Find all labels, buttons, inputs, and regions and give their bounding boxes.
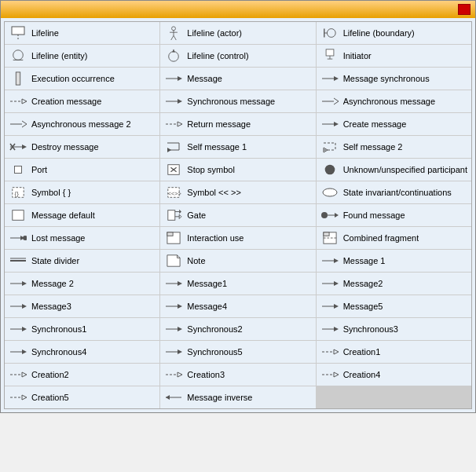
icon-stop-symbol <box>164 162 183 177</box>
label-lifeline-boundary: Lifeline (boundary) <box>343 28 415 38</box>
icon-symbol-guillemet: <<>> <box>164 185 183 200</box>
grid-item-return-message[interactable]: Return message <box>160 113 315 135</box>
grid-item-interaction-use[interactable]: Interaction use <box>160 227 315 249</box>
label-note: Note <box>187 256 205 265</box>
grid-item-self-message-1[interactable]: Self message 1 <box>160 136 315 158</box>
grid-item-create-message[interactable]: Create message <box>317 113 471 135</box>
grid-item-message5[interactable]: Message5 <box>317 295 471 317</box>
svg-marker-80 <box>334 258 339 263</box>
grid-item-asynchronous-message-2[interactable]: Asynchronous message 2 <box>5 113 159 135</box>
grid-item-stop-symbol[interactable]: Stop symbol <box>160 159 315 181</box>
label-self-message-1: Self message 1 <box>187 142 247 152</box>
grid-item-lifeline-actor[interactable]: Lifeline (actor) <box>160 22 315 44</box>
icon-message4 <box>164 298 183 314</box>
grid-item-message3[interactable]: Message3 <box>5 295 159 317</box>
grid-item-message-synchronous[interactable]: Message synchronous <box>317 68 471 90</box>
label-unknown-participant: Unknown/unspecified participant <box>343 165 467 174</box>
grid-item-synchronous4[interactable]: Synchronous4 <box>5 341 159 363</box>
label-destroy-message: Destroy message <box>31 142 99 152</box>
label-symbol-brace: Symbol { } <box>31 188 71 197</box>
grid-item-message4[interactable]: Message4 <box>160 295 315 317</box>
grid-item-found-message[interactable]: Found message <box>317 204 471 226</box>
grid-item-synchronous1[interactable]: Synchronous1 <box>5 318 159 340</box>
grid-item-asynchronous-message[interactable]: Asynchronous message <box>317 90 471 112</box>
svg-marker-34 <box>178 122 182 126</box>
grid-item-initiator[interactable]: Initiator <box>317 45 471 67</box>
grid-item-execution-occurrence[interactable]: Execution occurrence <box>5 68 159 90</box>
grid-item-creation-message[interactable]: Creation message <box>5 90 159 112</box>
grid-item-synchronous5[interactable]: Synchronous5 <box>160 341 315 363</box>
grid-item-lifeline[interactable]: Lifeline <box>5 22 159 44</box>
icon-asynchronous-message-2 <box>9 116 27 132</box>
grid-item-port[interactable]: Port <box>5 159 159 181</box>
grid-item-lifeline-boundary[interactable]: Lifeline (boundary) <box>317 22 471 44</box>
icon-lifeline-entity <box>9 48 27 64</box>
grid-item-gate[interactable]: Gate <box>160 204 315 226</box>
label-state-divider: State divider <box>31 256 79 265</box>
svg-rect-59 <box>13 210 24 221</box>
grid-item-destroy-message[interactable]: Destroy message <box>5 136 159 158</box>
grid-item-state-invariant[interactable]: State invariant/continuations <box>317 181 471 203</box>
label-synchronous3: Synchronous3 <box>343 324 398 334</box>
label-message: Message <box>187 74 222 83</box>
grid-item-symbol-guillemet[interactable]: <<>>Symbol << >> <box>160 181 315 203</box>
grid-item-message-inverse[interactable]: Message inverse <box>160 386 315 408</box>
close-button[interactable] <box>458 4 471 15</box>
grid-item-message-1[interactable]: Message 1 <box>317 250 471 272</box>
grid-item-message-2[interactable]: Message 2 <box>5 273 159 295</box>
label-message-synchronous: Message synchronous <box>343 74 430 83</box>
grid-item-self-message-2[interactable]: Self message 2 <box>317 136 471 158</box>
svg-marker-110 <box>334 372 339 377</box>
grid-item-creation4[interactable]: Creation4 <box>317 364 471 386</box>
icon-message1 <box>164 276 183 291</box>
icon-creation5 <box>9 390 27 405</box>
svg-marker-92 <box>334 304 339 309</box>
grid-item-state-divider[interactable]: State divider <box>5 250 159 272</box>
grid-item-creation1[interactable]: Creation1 <box>317 341 471 363</box>
label-lost-message: Lost message <box>31 233 85 243</box>
icon-self-message-1 <box>164 139 183 155</box>
svg-point-70 <box>23 236 27 240</box>
icon-message-2 <box>9 276 27 291</box>
grid-item-symbol-brace[interactable]: {}Symbol { } <box>5 181 159 203</box>
grid-item-synchronous2[interactable]: Synchronous2 <box>160 318 315 340</box>
svg-line-32 <box>22 124 27 127</box>
svg-marker-20 <box>178 76 182 81</box>
grid-item-unknown-participant[interactable]: Unknown/unspecified participant <box>317 159 471 181</box>
grid-item-lost-message[interactable]: Lost message <box>5 227 159 249</box>
grid-item-synchronous3[interactable]: Synchronous3 <box>317 318 471 340</box>
svg-text:<<>>: <<>> <box>168 190 181 197</box>
grid-item-message-default[interactable]: Message default <box>5 204 159 226</box>
grid-item-lifeline-control[interactable]: Lifeline (control) <box>160 45 315 67</box>
grid-item-message2[interactable]: Message2 <box>317 273 471 295</box>
label-gate: Gate <box>187 210 206 220</box>
svg-point-2 <box>172 27 176 31</box>
grid-item-creation3[interactable]: Creation3 <box>160 364 315 386</box>
icon-synchronous5 <box>164 344 183 360</box>
label-return-message: Return message <box>187 119 251 129</box>
label-synchronous-message: Synchronous message <box>187 97 275 106</box>
icon-message5 <box>320 298 339 314</box>
label-create-message: Create message <box>343 119 407 129</box>
label-message4: Message4 <box>187 302 227 311</box>
svg-marker-26 <box>178 99 182 104</box>
grid-item-message1[interactable]: Message1 <box>160 273 315 295</box>
grid-item-synchronous-message[interactable]: Synchronous message <box>160 90 315 112</box>
grid-item-message[interactable]: Message <box>160 68 315 90</box>
svg-point-65 <box>321 212 328 218</box>
grid-item-lifeline-entity[interactable]: Lifeline (entity) <box>5 45 159 67</box>
label-combined-fragment: Combined fragment <box>343 233 419 243</box>
icon-creation1 <box>320 344 339 360</box>
icon-note <box>164 253 183 269</box>
label-message-default: Message default <box>31 210 95 220</box>
grid-item-creation2[interactable]: Creation2 <box>5 364 159 386</box>
label-creation4: Creation4 <box>343 370 381 379</box>
items-grid: LifelineLifeline (actor)Lifeline (bounda… <box>4 21 472 409</box>
grid-item-note[interactable]: Note <box>160 250 315 272</box>
svg-marker-86 <box>334 281 339 286</box>
grid-item-creation5[interactable]: Creation5 <box>5 386 159 408</box>
svg-marker-102 <box>178 349 182 354</box>
label-synchronous4: Synchronous4 <box>31 347 86 357</box>
grid-item-combined-fragment[interactable]: Combined fragment <box>317 227 471 249</box>
svg-marker-67 <box>335 213 339 218</box>
